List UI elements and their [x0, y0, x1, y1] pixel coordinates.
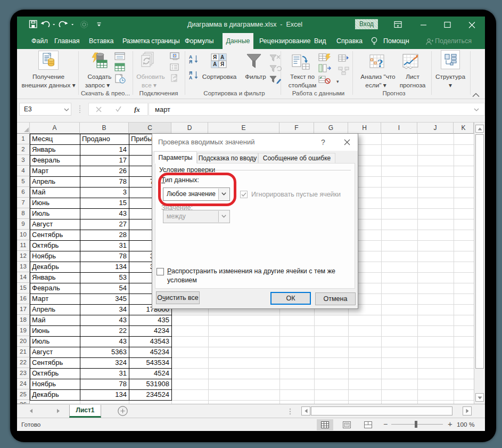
svg-text:А: А: [213, 61, 217, 67]
svg-text:?: ?: [377, 57, 383, 70]
svg-text:А: А: [189, 75, 192, 80]
svg-text:А: А: [220, 54, 224, 60]
svg-text:fx: fx: [134, 106, 140, 113]
svg-text:Я: Я: [189, 59, 192, 64]
svg-text:Я: Я: [213, 54, 217, 60]
svg-text:Я: Я: [220, 61, 224, 67]
